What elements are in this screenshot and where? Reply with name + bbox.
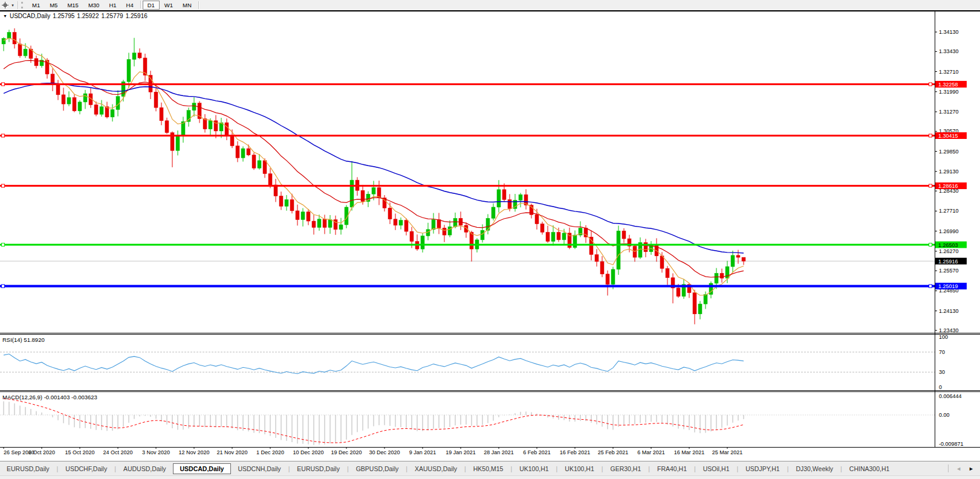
date-axis-label: 3 Nov 2020 <box>142 449 170 455</box>
chart-tab-ger30-h1[interactable]: GER30,H1 <box>604 463 648 474</box>
candle-body <box>666 269 669 278</box>
chart-ohlc-header: ▼USDCAD,Daily1.257951.259221.257791.2591… <box>3 13 150 19</box>
timeframe-button-group: M1M5M15M30H1H4D1W1MN <box>27 1 196 10</box>
level-anchor-handle[interactable] <box>2 285 5 288</box>
date-axis-label: 30 Dec 2020 <box>369 449 400 455</box>
candle-body <box>192 103 196 111</box>
level-badge-label: 1.28616 <box>938 183 958 189</box>
collapse-triangle-icon[interactable]: ▼ <box>3 14 7 18</box>
level-anchor-handle[interactable] <box>2 83 5 86</box>
level-line-1.26503[interactable] <box>0 244 935 246</box>
ohlc-high: 1.25922 <box>77 13 99 19</box>
level-line-1.30415[interactable] <box>0 135 935 137</box>
chart-tab-usdcnh-daily[interactable]: USDCNH,Daily <box>231 463 287 474</box>
chart-tab-dj30-weekly[interactable]: DJ30,Weekly <box>789 463 840 474</box>
candle-body <box>437 220 441 228</box>
candle-body <box>317 219 321 228</box>
level-anchor-handle[interactable] <box>929 285 932 288</box>
timeframe-button-d1[interactable]: D1 <box>143 1 160 10</box>
price-chart-canvas[interactable]: 1.341301.334301.327101.319901.312701.305… <box>0 10 980 461</box>
chart-tab-hk50-m15[interactable]: HK50,M15 <box>467 463 510 474</box>
candle-body <box>111 109 114 117</box>
level-anchor-handle[interactable] <box>929 83 932 86</box>
chart-tab-china300-h1[interactable]: CHINA300,H1 <box>843 463 897 474</box>
level-line-1.32258[interactable] <box>0 83 935 85</box>
chart-tab-eurusd-daily[interactable]: EURUSD,Daily <box>290 463 346 474</box>
timeframe-button-m15[interactable]: M15 <box>62 1 83 10</box>
ohlc-close: 1.25916 <box>126 13 148 19</box>
candle-body <box>617 231 620 269</box>
price-axis-label: 1.34130 <box>939 29 959 35</box>
level-badge-label: 1.26503 <box>938 242 958 248</box>
pane-separator <box>0 390 980 391</box>
chart-tab-usdchf-daily[interactable]: USDCHF,Daily <box>59 463 114 474</box>
level-anchor-handle[interactable] <box>2 134 5 137</box>
candle-body <box>252 155 256 169</box>
candle-body <box>24 49 27 56</box>
candle-body <box>736 256 740 257</box>
timeframe-button-m5[interactable]: M5 <box>45 1 62 10</box>
price-axis-label: 1.31270 <box>939 109 959 115</box>
candle-body <box>557 233 560 240</box>
price-axis-label: 1.29130 <box>939 169 959 175</box>
timeframe-button-h4[interactable]: H4 <box>122 1 138 10</box>
candle-body <box>551 233 555 242</box>
macd-axis-label: 0.006444 <box>939 393 962 399</box>
chart-tab-usdcad-daily[interactable]: USDCAD,Daily <box>173 463 232 474</box>
candle-body <box>312 221 316 228</box>
toolbar-separator <box>140 1 141 8</box>
chart-tab-fra40-h1[interactable]: FRA40,H1 <box>651 463 693 474</box>
crosshair-icon[interactable] <box>0 1 10 10</box>
chart-tab-usdjpy-h1[interactable]: USDJPY,H1 <box>739 463 786 474</box>
chart-tab-eurusd-daily[interactable]: EURUSD,Daily <box>0 463 56 474</box>
tab-scroll-right-icon[interactable]: ► <box>969 466 974 472</box>
candle-body <box>725 266 729 278</box>
timeframe-button-m30[interactable]: M30 <box>83 1 104 10</box>
candle-body <box>394 219 397 225</box>
top-toolbar: ▾ M1M5M15M30H1H4D1W1MN <box>0 0 980 10</box>
candle-body <box>731 256 735 266</box>
price-axis-label: 1.33430 <box>939 48 959 54</box>
toolbar-grip[interactable] <box>21 2 25 8</box>
date-axis-label: 6 Feb 2021 <box>523 449 551 455</box>
price-axis-label: 1.29850 <box>939 149 959 155</box>
candle-body <box>18 44 22 56</box>
chart-tab-xauusd-daily[interactable]: XAUUSD,Daily <box>408 463 464 474</box>
timeframe-button-m1[interactable]: M1 <box>27 1 45 10</box>
price-axis-label: 1.27710 <box>939 208 959 214</box>
date-axis-label: 6 Oct 2020 <box>28 449 55 455</box>
tab-scroll-left-icon[interactable]: ◄ <box>956 466 961 472</box>
candle-body <box>562 233 566 240</box>
level-line-1.25019[interactable] <box>0 285 935 288</box>
level-anchor-handle[interactable] <box>929 184 932 187</box>
candle-body <box>263 161 267 174</box>
tab-scroll-controls: ◄ ► <box>944 465 980 472</box>
timeframe-button-w1[interactable]: W1 <box>160 1 178 10</box>
level-anchor-handle[interactable] <box>2 184 5 187</box>
chart-tab-uk100-h1[interactable]: UK100,H1 <box>513 463 555 474</box>
candle-body <box>34 59 38 66</box>
chart-tab-usoil-h1[interactable]: USOil,H1 <box>696 463 736 474</box>
level-anchor-handle[interactable] <box>2 243 5 246</box>
candle-body <box>481 230 484 240</box>
date-axis-label: 19 Jan 2021 <box>446 449 476 455</box>
timeframe-button-h1[interactable]: H1 <box>104 1 121 10</box>
chevron-down-icon[interactable]: ▾ <box>10 3 16 8</box>
date-axis-label: 10 Dec 2020 <box>293 449 323 455</box>
level-anchor-handle[interactable] <box>929 134 932 137</box>
level-line-1.28616[interactable] <box>0 185 935 187</box>
timeframe-button-mn[interactable]: MN <box>178 1 196 10</box>
candle-body <box>154 92 158 108</box>
candle-body <box>2 39 5 44</box>
chart-tab-gbpusd-daily[interactable]: GBPUSD,Daily <box>349 463 406 474</box>
current-price-line <box>0 261 935 262</box>
candle-body <box>677 288 680 297</box>
candle-body <box>361 190 365 201</box>
toolbar-separator <box>198 1 199 9</box>
chart-tab-audusd-daily[interactable]: AUDUSD,Daily <box>117 463 173 474</box>
chart-tab-uk100-h1[interactable]: UK100,H1 <box>558 463 600 474</box>
level-anchor-handle[interactable] <box>929 243 932 246</box>
candle-body <box>606 274 609 285</box>
candle-body <box>56 85 60 95</box>
candle-body <box>698 304 702 314</box>
